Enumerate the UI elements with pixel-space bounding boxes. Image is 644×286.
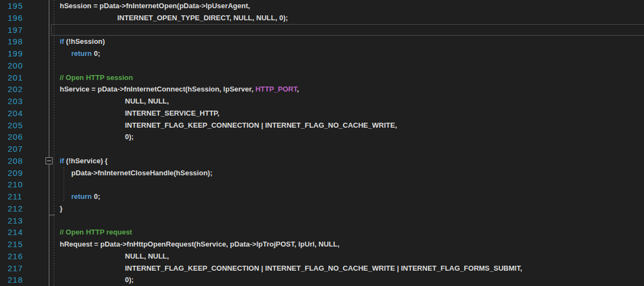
- line-number[interactable]: 195: [8, 0, 23, 12]
- token-plain: }: [60, 204, 62, 213]
- code-text[interactable]: 0);: [0, 274, 644, 286]
- code-text[interactable]: NULL, NULL,: [0, 95, 644, 107]
- code-line: 195hSession = pData->fnInternetOpen(pDat…: [0, 0, 644, 12]
- token-keyword: if: [60, 37, 64, 45]
- code-line: 215hRequest = pData->fnHttpOpenRequest(h…: [0, 238, 644, 250]
- token-plain: INTERNET_FLAG_KEEP_CONNECTION | INTERNET…: [125, 264, 522, 272]
- code-line: 204INTERNET_SERVICE_HTTP,: [0, 107, 644, 119]
- token-comment: // Open HTTP session: [60, 73, 133, 82]
- line-number[interactable]: 199: [8, 48, 23, 60]
- code-text[interactable]: INTERNET_FLAG_KEEP_CONNECTION | INTERNET…: [0, 119, 644, 131]
- code-text[interactable]: pData->fnInternetCloseHandle(hSession);: [0, 167, 644, 179]
- code-line: 210: [0, 179, 644, 191]
- token-plain: INTERNET_SERVICE_HTTP,: [125, 109, 219, 117]
- code-text[interactable]: [0, 143, 644, 155]
- code-line: 213: [0, 215, 644, 227]
- token-plain: 0;: [92, 192, 100, 201]
- code-line: 202hService = pData->fnInternetConnect(h…: [0, 83, 644, 95]
- code-text[interactable]: [0, 215, 644, 227]
- line-number[interactable]: 208: [8, 155, 23, 167]
- code-text[interactable]: return 0;: [0, 191, 644, 203]
- code-line: 216NULL, NULL,: [0, 250, 644, 262]
- code-line: 203NULL, NULL,: [0, 95, 644, 107]
- code-line: 205INTERNET_FLAG_KEEP_CONNECTION | INTER…: [0, 119, 644, 131]
- line-number[interactable]: 203: [8, 95, 23, 107]
- token-plain: NULL, NULL,: [125, 97, 169, 105]
- code-line: 201// Open HTTP session: [0, 72, 644, 84]
- token-keyword: return: [71, 49, 92, 58]
- code-text[interactable]: hRequest = pData->fnHttpOpenRequest(hSer…: [0, 238, 644, 250]
- code-text[interactable]: if (!hService) {: [0, 155, 644, 167]
- code-text[interactable]: 0);: [0, 131, 644, 143]
- minus-icon: [47, 161, 51, 161]
- line-number[interactable]: 215: [8, 238, 23, 250]
- code-text[interactable]: [0, 24, 644, 36]
- token-plain: 0;: [92, 49, 100, 58]
- code-text[interactable]: if (!hSession): [0, 36, 644, 48]
- token-plain: hRequest = pData->fnHttpOpenRequest(hSer…: [60, 240, 339, 248]
- line-number[interactable]: 200: [8, 60, 23, 72]
- code-line: 199return 0;: [0, 48, 644, 60]
- code-text[interactable]: return 0;: [0, 48, 644, 60]
- line-number[interactable]: 210: [8, 179, 23, 191]
- token-macro: HTTP_PORT: [255, 85, 297, 93]
- code-text[interactable]: // Open HTTP request: [0, 226, 644, 238]
- token-plain: ,: [297, 85, 299, 93]
- code-text[interactable]: hService = pData->fnInternetConnect(hSes…: [0, 83, 644, 95]
- line-number[interactable]: 202: [8, 83, 23, 95]
- code-line: 217INTERNET_FLAG_KEEP_CONNECTION | INTER…: [0, 262, 644, 274]
- code-line: 212}: [0, 203, 644, 215]
- token-keyword: return: [71, 192, 92, 201]
- code-line: 197: [0, 24, 644, 36]
- token-plain: pData->fnInternetCloseHandle(hSession);: [71, 169, 213, 177]
- line-number[interactable]: 211: [8, 191, 22, 203]
- code-text[interactable]: hSession = pData->fnInternetOpen(pData->…: [0, 0, 644, 12]
- code-line: 2060);: [0, 131, 644, 143]
- token-plain: INTERNET_OPEN_TYPE_DIRECT, NULL, NULL, 0…: [117, 14, 288, 22]
- code-text[interactable]: [0, 60, 644, 72]
- line-number[interactable]: 216: [8, 250, 23, 262]
- token-plain: hSession = pData->fnInternetOpen(pData->…: [60, 2, 250, 10]
- code-line: 2180);: [0, 274, 644, 286]
- line-number[interactable]: 197: [8, 24, 23, 36]
- line-number[interactable]: 213: [8, 215, 23, 227]
- token-plain: INTERNET_FLAG_KEEP_CONNECTION | INTERNET…: [125, 121, 397, 129]
- line-number[interactable]: 212: [8, 203, 23, 215]
- code-lines: 195hSession = pData->fnInternetOpen(pDat…: [0, 0, 644, 286]
- code-text[interactable]: [0, 179, 644, 191]
- code-line: 214// Open HTTP request: [0, 226, 644, 238]
- line-number[interactable]: 218: [8, 274, 23, 286]
- line-number[interactable]: 206: [8, 131, 23, 143]
- line-number[interactable]: 196: [8, 12, 23, 24]
- code-text[interactable]: // Open HTTP session: [0, 72, 644, 84]
- token-plain: hService = pData->fnInternetConnect(hSes…: [60, 85, 255, 93]
- code-line: 196INTERNET_OPEN_TYPE_DIRECT, NULL, NULL…: [0, 12, 644, 24]
- line-number[interactable]: 205: [8, 119, 23, 131]
- code-text[interactable]: INTERNET_OPEN_TYPE_DIRECT, NULL, NULL, 0…: [0, 12, 644, 24]
- token-plain: (!hService) {: [64, 157, 107, 165]
- token-keyword: if: [60, 157, 64, 165]
- code-text[interactable]: }: [0, 203, 644, 215]
- code-text[interactable]: INTERNET_SERVICE_HTTP,: [0, 107, 644, 119]
- line-number[interactable]: 214: [8, 226, 23, 238]
- line-number[interactable]: 207: [8, 143, 23, 155]
- token-plain: (!hSession): [64, 37, 105, 45]
- token-plain: 0);: [125, 276, 134, 284]
- code-line: 209pData->fnInternetCloseHandle(hSession…: [0, 167, 644, 179]
- line-number[interactable]: 204: [8, 107, 23, 119]
- line-number[interactable]: 217: [8, 262, 23, 274]
- code-line: 208if (!hService) {: [0, 155, 644, 167]
- code-text[interactable]: NULL, NULL,: [0, 250, 644, 262]
- code-editor: 195hSession = pData->fnInternetOpen(pDat…: [0, 0, 644, 286]
- fold-collapse-button[interactable]: [45, 157, 53, 164]
- code-line: 207: [0, 143, 644, 155]
- token-comment: // Open HTTP request: [60, 228, 132, 236]
- line-number[interactable]: 209: [8, 167, 23, 179]
- code-line: 198if (!hSession): [0, 36, 644, 48]
- code-text[interactable]: INTERNET_FLAG_KEEP_CONNECTION | INTERNET…: [0, 262, 644, 274]
- line-number[interactable]: 198: [8, 36, 23, 48]
- line-number[interactable]: 201: [8, 72, 23, 84]
- code-line: 211return 0;: [0, 191, 644, 203]
- code-line: 200: [0, 60, 644, 72]
- token-plain: NULL, NULL,: [125, 252, 169, 260]
